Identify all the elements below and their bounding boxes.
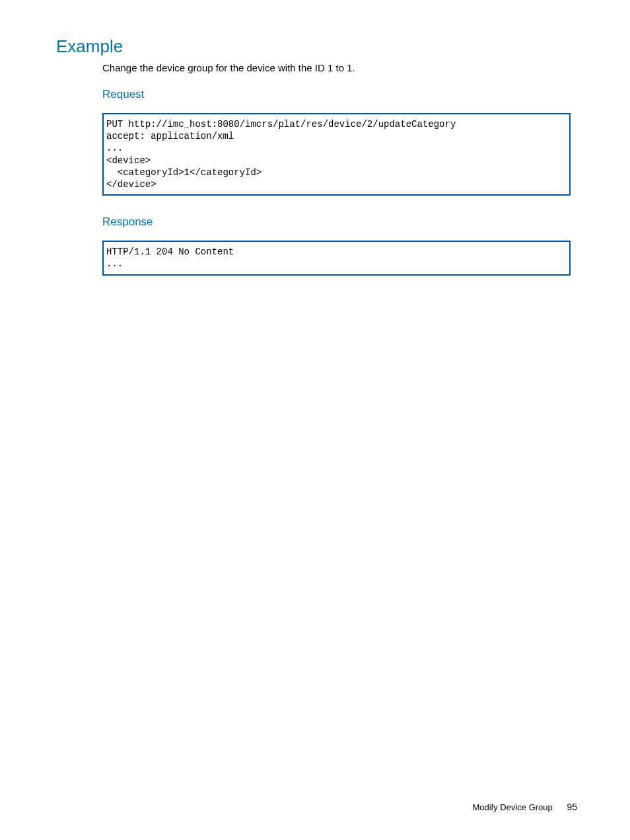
heading-request: Request — [102, 88, 577, 101]
footer-section: Modify Device Group — [472, 802, 552, 812]
footer-page-number: 95 — [567, 802, 577, 812]
page-footer: Modify Device Group 95 — [472, 802, 577, 812]
heading-example: Example — [56, 36, 577, 57]
code-block-request: PUT http://imc_host:8080/imcrs/plat/res/… — [102, 113, 571, 196]
heading-response: Response — [102, 215, 577, 229]
page-content: Example Change the device group for the … — [0, 0, 630, 276]
code-block-response: HTTP/1.1 204 No Content ... — [102, 241, 571, 275]
intro-text: Change the device group for the device w… — [102, 62, 577, 73]
